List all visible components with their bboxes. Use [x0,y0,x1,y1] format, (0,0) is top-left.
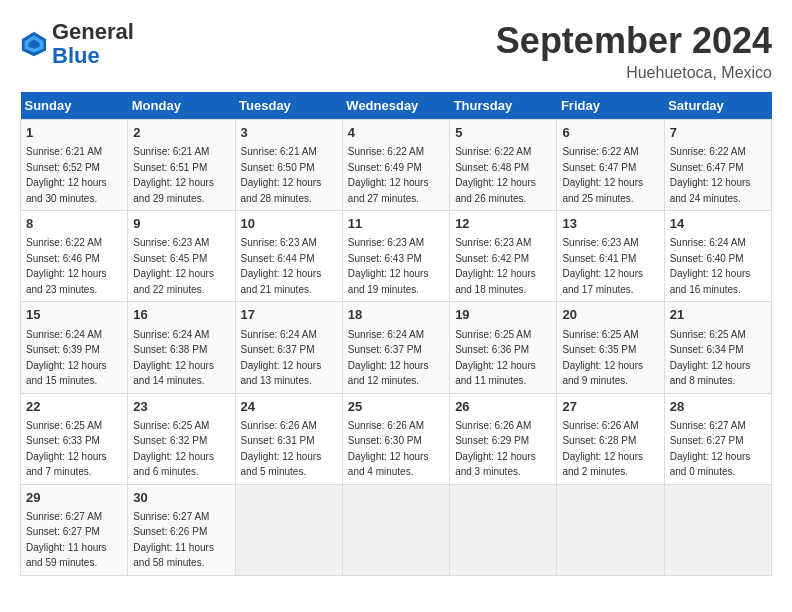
day-cell: 24 Sunrise: 6:26 AMSunset: 6:31 PMDaylig… [235,393,342,484]
day-number: 7 [670,124,766,142]
day-info: Sunrise: 6:25 AMSunset: 6:36 PMDaylight:… [455,329,536,387]
day-cell: 19 Sunrise: 6:25 AMSunset: 6:36 PMDaylig… [450,302,557,393]
day-info: Sunrise: 6:26 AMSunset: 6:29 PMDaylight:… [455,420,536,478]
day-cell: 16 Sunrise: 6:24 AMSunset: 6:38 PMDaylig… [128,302,235,393]
day-number: 5 [455,124,551,142]
day-cell: 18 Sunrise: 6:24 AMSunset: 6:37 PMDaylig… [342,302,449,393]
dow-thursday: Thursday [450,92,557,120]
days-of-week-row: SundayMondayTuesdayWednesdayThursdayFrid… [21,92,772,120]
day-number: 27 [562,398,658,416]
day-cell: 5 Sunrise: 6:22 AMSunset: 6:48 PMDayligh… [450,120,557,211]
day-number: 17 [241,306,337,324]
day-cell: 11 Sunrise: 6:23 AMSunset: 6:43 PMDaylig… [342,211,449,302]
day-info: Sunrise: 6:26 AMSunset: 6:30 PMDaylight:… [348,420,429,478]
day-info: Sunrise: 6:25 AMSunset: 6:33 PMDaylight:… [26,420,107,478]
day-cell: 9 Sunrise: 6:23 AMSunset: 6:45 PMDayligh… [128,211,235,302]
day-cell: 1 Sunrise: 6:21 AMSunset: 6:52 PMDayligh… [21,120,128,211]
day-cell [557,484,664,575]
day-info: Sunrise: 6:21 AMSunset: 6:52 PMDaylight:… [26,146,107,204]
day-number: 20 [562,306,658,324]
dow-saturday: Saturday [664,92,771,120]
day-number: 18 [348,306,444,324]
week-row-4: 22 Sunrise: 6:25 AMSunset: 6:33 PMDaylig… [21,393,772,484]
month-title: September 2024 [496,20,772,62]
day-number: 19 [455,306,551,324]
day-cell [450,484,557,575]
calendar-body: 1 Sunrise: 6:21 AMSunset: 6:52 PMDayligh… [21,120,772,576]
week-row-2: 8 Sunrise: 6:22 AMSunset: 6:46 PMDayligh… [21,211,772,302]
day-number: 25 [348,398,444,416]
day-info: Sunrise: 6:25 AMSunset: 6:35 PMDaylight:… [562,329,643,387]
day-info: Sunrise: 6:22 AMSunset: 6:47 PMDaylight:… [670,146,751,204]
day-cell: 20 Sunrise: 6:25 AMSunset: 6:35 PMDaylig… [557,302,664,393]
day-cell: 14 Sunrise: 6:24 AMSunset: 6:40 PMDaylig… [664,211,771,302]
day-cell [235,484,342,575]
day-number: 15 [26,306,122,324]
day-cell: 27 Sunrise: 6:26 AMSunset: 6:28 PMDaylig… [557,393,664,484]
dow-wednesday: Wednesday [342,92,449,120]
day-cell: 3 Sunrise: 6:21 AMSunset: 6:50 PMDayligh… [235,120,342,211]
title-block: September 2024 Huehuetoca, Mexico [496,20,772,82]
day-info: Sunrise: 6:25 AMSunset: 6:34 PMDaylight:… [670,329,751,387]
day-info: Sunrise: 6:24 AMSunset: 6:37 PMDaylight:… [241,329,322,387]
page-header: General Blue September 2024 Huehuetoca, … [20,20,772,82]
day-info: Sunrise: 6:22 AMSunset: 6:46 PMDaylight:… [26,237,107,295]
day-number: 24 [241,398,337,416]
dow-friday: Friday [557,92,664,120]
day-info: Sunrise: 6:23 AMSunset: 6:43 PMDaylight:… [348,237,429,295]
location-title: Huehuetoca, Mexico [496,64,772,82]
day-cell [664,484,771,575]
day-info: Sunrise: 6:22 AMSunset: 6:47 PMDaylight:… [562,146,643,204]
day-info: Sunrise: 6:23 AMSunset: 6:41 PMDaylight:… [562,237,643,295]
day-cell: 10 Sunrise: 6:23 AMSunset: 6:44 PMDaylig… [235,211,342,302]
day-number: 2 [133,124,229,142]
dow-monday: Monday [128,92,235,120]
day-info: Sunrise: 6:21 AMSunset: 6:50 PMDaylight:… [241,146,322,204]
calendar-table: SundayMondayTuesdayWednesdayThursdayFrid… [20,92,772,576]
day-number: 28 [670,398,766,416]
day-info: Sunrise: 6:23 AMSunset: 6:42 PMDaylight:… [455,237,536,295]
day-cell: 8 Sunrise: 6:22 AMSunset: 6:46 PMDayligh… [21,211,128,302]
day-cell: 7 Sunrise: 6:22 AMSunset: 6:47 PMDayligh… [664,120,771,211]
day-cell: 28 Sunrise: 6:27 AMSunset: 6:27 PMDaylig… [664,393,771,484]
day-number: 22 [26,398,122,416]
day-info: Sunrise: 6:22 AMSunset: 6:49 PMDaylight:… [348,146,429,204]
dow-tuesday: Tuesday [235,92,342,120]
day-number: 3 [241,124,337,142]
day-cell: 25 Sunrise: 6:26 AMSunset: 6:30 PMDaylig… [342,393,449,484]
day-info: Sunrise: 6:27 AMSunset: 6:27 PMDaylight:… [670,420,751,478]
day-cell: 30 Sunrise: 6:27 AMSunset: 6:26 PMDaylig… [128,484,235,575]
week-row-1: 1 Sunrise: 6:21 AMSunset: 6:52 PMDayligh… [21,120,772,211]
day-number: 14 [670,215,766,233]
logo-line1: General [52,20,134,44]
day-number: 8 [26,215,122,233]
day-cell: 4 Sunrise: 6:22 AMSunset: 6:49 PMDayligh… [342,120,449,211]
day-cell: 21 Sunrise: 6:25 AMSunset: 6:34 PMDaylig… [664,302,771,393]
day-info: Sunrise: 6:23 AMSunset: 6:45 PMDaylight:… [133,237,214,295]
day-number: 29 [26,489,122,507]
day-cell: 22 Sunrise: 6:25 AMSunset: 6:33 PMDaylig… [21,393,128,484]
day-number: 10 [241,215,337,233]
day-info: Sunrise: 6:24 AMSunset: 6:40 PMDaylight:… [670,237,751,295]
day-number: 4 [348,124,444,142]
day-number: 6 [562,124,658,142]
day-info: Sunrise: 6:27 AMSunset: 6:27 PMDaylight:… [26,511,107,569]
day-info: Sunrise: 6:27 AMSunset: 6:26 PMDaylight:… [133,511,214,569]
day-number: 23 [133,398,229,416]
day-cell: 13 Sunrise: 6:23 AMSunset: 6:41 PMDaylig… [557,211,664,302]
day-info: Sunrise: 6:24 AMSunset: 6:39 PMDaylight:… [26,329,107,387]
logo-icon [20,30,48,58]
day-cell: 2 Sunrise: 6:21 AMSunset: 6:51 PMDayligh… [128,120,235,211]
day-info: Sunrise: 6:26 AMSunset: 6:28 PMDaylight:… [562,420,643,478]
day-info: Sunrise: 6:26 AMSunset: 6:31 PMDaylight:… [241,420,322,478]
day-number: 9 [133,215,229,233]
day-cell: 26 Sunrise: 6:26 AMSunset: 6:29 PMDaylig… [450,393,557,484]
day-cell: 23 Sunrise: 6:25 AMSunset: 6:32 PMDaylig… [128,393,235,484]
day-cell: 15 Sunrise: 6:24 AMSunset: 6:39 PMDaylig… [21,302,128,393]
dow-sunday: Sunday [21,92,128,120]
day-number: 11 [348,215,444,233]
day-number: 16 [133,306,229,324]
day-cell: 12 Sunrise: 6:23 AMSunset: 6:42 PMDaylig… [450,211,557,302]
week-row-5: 29 Sunrise: 6:27 AMSunset: 6:27 PMDaylig… [21,484,772,575]
logo: General Blue [20,20,134,68]
